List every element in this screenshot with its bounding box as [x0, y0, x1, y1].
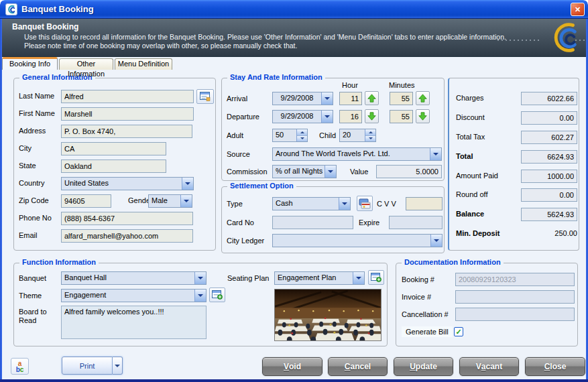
departure-date-select[interactable]: 9/29/2008	[272, 110, 333, 123]
city-ledger-select[interactable]	[272, 234, 443, 247]
cancellation-no-field[interactable]	[455, 308, 575, 321]
spin-down-icon[interactable]	[297, 135, 307, 142]
board-to-read-field[interactable]: Alfred family welcomes you..!!!	[61, 306, 207, 339]
first-name-field[interactable]	[61, 107, 194, 121]
city-label: City	[19, 144, 32, 152]
decorative-dots-left	[497, 40, 542, 41]
close-button[interactable]: Close	[525, 357, 585, 376]
app-logo-icon	[5, 3, 17, 15]
chevron-down-icon[interactable]	[325, 166, 336, 178]
spinner-buttons	[296, 129, 307, 141]
print-button[interactable]: Print	[62, 357, 113, 375]
arrival-date-select[interactable]: 9/29/2008	[272, 92, 333, 105]
stay-and-rate-group: Stay And Rate Information Hour Minutes A…	[221, 78, 445, 181]
seating-plan-select[interactable]: Engagement Plan	[274, 271, 365, 285]
departure-minutes-field[interactable]	[390, 110, 413, 123]
chevron-down-icon[interactable]	[353, 272, 364, 284]
chevron-down-icon[interactable]	[321, 92, 333, 105]
theme-value: Engagement	[62, 290, 194, 302]
country-select[interactable]: United States	[61, 177, 194, 190]
invoice-no-field[interactable]	[455, 290, 575, 304]
banquet-value: Banquet Hall	[62, 272, 194, 284]
commission-type-select[interactable]: % of all Nights	[272, 165, 337, 178]
first-name-label: First Name	[19, 109, 55, 117]
print-dropdown-icon[interactable]	[113, 357, 123, 375]
state-label: State	[19, 162, 36, 170]
total-tax-field[interactable]	[521, 131, 577, 144]
arrival-hour-up-icon[interactable]	[365, 91, 379, 105]
card-no-label: Card No	[227, 218, 254, 227]
cvv-field[interactable]	[406, 197, 443, 210]
phone-no-field[interactable]	[61, 212, 193, 225]
arrival-minutes-field[interactable]	[390, 92, 413, 105]
country-value: United States	[62, 178, 182, 190]
adult-stepper[interactable]: 50	[272, 129, 308, 142]
chevron-down-icon[interactable]	[430, 148, 441, 160]
chevron-down-icon[interactable]	[339, 198, 350, 210]
add-theme-icon[interactable]	[209, 288, 225, 302]
generate-bill-checkbox[interactable]: ✓	[454, 327, 463, 336]
discount-field[interactable]	[521, 111, 577, 125]
spin-up-icon[interactable]	[297, 129, 307, 135]
spell-check-icon[interactable]: a bc	[11, 358, 29, 375]
title-bar[interactable]: Banquet Booking ✕	[0, 0, 588, 19]
hour-header: Hour	[342, 81, 358, 89]
close-icon[interactable]: ✕	[571, 3, 585, 16]
departure-minutes-down-icon[interactable]	[416, 109, 430, 123]
theme-label: Theme	[19, 292, 42, 300]
chevron-down-icon[interactable]	[321, 111, 333, 123]
card-no-field[interactable]	[272, 216, 353, 229]
state-field[interactable]	[61, 160, 166, 173]
email-field[interactable]	[61, 229, 193, 243]
gender-select[interactable]: Male	[148, 194, 192, 208]
balance-field[interactable]	[521, 208, 577, 221]
expire-field[interactable]	[389, 216, 443, 229]
commission-value-field[interactable]	[376, 165, 442, 178]
minutes-header: Minutes	[389, 81, 415, 89]
header-description-line1: Use this dialog to record all informatio…	[24, 33, 506, 41]
payment-type-select[interactable]: Cash	[272, 197, 351, 210]
total-field[interactable]	[521, 150, 577, 164]
settlement-option-group: Settlement Option Type Cash C V V Card N…	[221, 186, 445, 253]
address-field[interactable]	[61, 125, 192, 138]
chevron-down-icon[interactable]	[194, 290, 206, 302]
departure-hour-field[interactable]	[339, 110, 362, 123]
void-button[interactable]: Void	[262, 357, 322, 376]
spin-down-icon[interactable]	[365, 135, 375, 142]
add-seating-plan-icon[interactable]	[368, 270, 384, 285]
total-label: Total	[456, 152, 473, 160]
source-select[interactable]: Around The World Travels Pvt. Ltd.	[272, 147, 442, 161]
tab-other-information[interactable]: Other Information	[59, 58, 113, 70]
last-name-field[interactable]	[61, 90, 194, 103]
update-button[interactable]: Update	[394, 357, 453, 376]
spin-up-icon[interactable]	[365, 129, 375, 135]
tab-menu-definition[interactable]: Menu Definition	[115, 58, 172, 70]
vacant-button[interactable]: Vacant	[459, 357, 519, 376]
round-off-field[interactable]	[521, 188, 577, 202]
chevron-down-icon[interactable]	[430, 235, 442, 247]
source-value: Around The World Travels Pvt. Ltd.	[273, 148, 430, 160]
chevron-down-icon[interactable]	[180, 195, 192, 207]
guest-lookup-icon[interactable]	[196, 89, 214, 104]
charges-field[interactable]	[521, 92, 577, 105]
arrival-date-value: 9/29/2008	[273, 92, 321, 105]
city-field[interactable]	[61, 142, 166, 155]
banquet-select[interactable]: Banquet Hall	[61, 271, 207, 285]
zip-code-field[interactable]	[61, 194, 111, 208]
tab-booking-info[interactable]: Booking Info	[2, 57, 58, 70]
round-off-label: Round off	[456, 190, 488, 198]
departure-hour-down-icon[interactable]	[365, 109, 379, 123]
arrival-minutes-up-icon[interactable]	[416, 91, 430, 105]
function-information-title: Function Information	[19, 258, 99, 266]
credit-card-icon[interactable]	[357, 196, 373, 211]
letter-c: c	[20, 366, 24, 373]
window-frame-left	[0, 19, 2, 382]
chevron-down-icon[interactable]	[194, 272, 206, 284]
cancel-button[interactable]: Cancel	[328, 357, 388, 376]
theme-select[interactable]: Engagement	[61, 289, 207, 302]
arrival-hour-field[interactable]	[339, 92, 362, 105]
chevron-down-icon[interactable]	[182, 178, 193, 190]
child-stepper[interactable]: 20	[339, 129, 376, 142]
invoice-no-label: Invoice #	[402, 293, 431, 301]
amount-paid-field[interactable]	[521, 170, 577, 183]
